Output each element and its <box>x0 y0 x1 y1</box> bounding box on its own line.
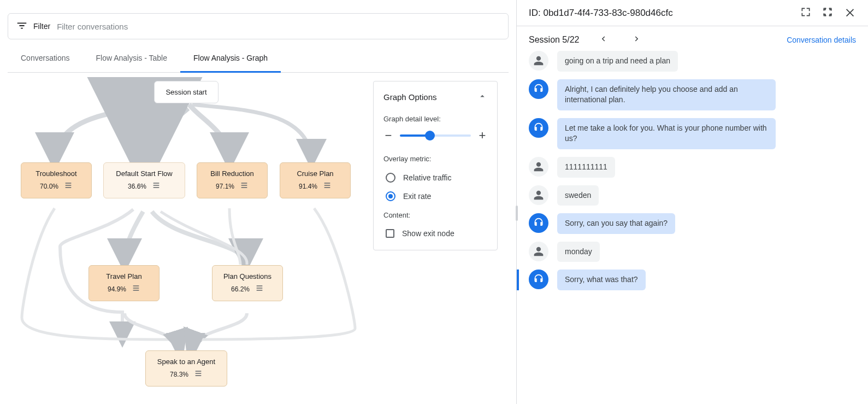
radio-icon <box>386 191 395 201</box>
filter-input[interactable] <box>56 21 500 32</box>
filter-bar[interactable]: Filter <box>8 13 509 39</box>
message-bubble: Alright, I can definitely help you choos… <box>557 79 776 110</box>
detail-slider[interactable] <box>400 134 471 137</box>
increase-detail-button[interactable]: + <box>477 128 487 143</box>
tabs: Conversations Flow Analysis - Table Flow… <box>8 45 509 73</box>
message-row[interactable]: Alright, I can definitely help you choos… <box>529 79 860 110</box>
detail-level-label: Graph detail level: <box>383 115 487 123</box>
messages-list: going on a trip and need a planAlright, … <box>517 51 868 301</box>
list-icon[interactable] <box>240 181 249 191</box>
node-travel-plan[interactable]: Travel Plan 94.9% <box>88 265 160 301</box>
node-title: Travel Plan <box>106 272 141 280</box>
chevron-up-icon[interactable] <box>477 91 487 103</box>
session-id-label: ID: 0bd1d7-4f4-733-83c-980d46cfc <box>529 8 673 19</box>
checkbox-show-exit-node[interactable]: Show exit node <box>383 225 487 242</box>
fullscreen-icon[interactable] <box>800 7 811 19</box>
radio-icon <box>386 173 395 183</box>
message-row[interactable]: Sorry, what was that? <box>529 270 860 290</box>
graph-options-panel: Graph Options Graph detail level: − + Ov… <box>373 81 498 250</box>
message-bubble: Sorry, what was that? <box>557 270 646 290</box>
message-bubble: Sorry, can you say that again? <box>557 213 675 234</box>
overlay-metric-label: Overlay metric: <box>383 155 487 163</box>
session-counter: Session 5/22 <box>529 35 580 45</box>
user-avatar-icon <box>529 242 548 261</box>
options-title: Graph Options <box>383 92 437 102</box>
node-session-start[interactable]: Session start <box>154 81 219 103</box>
node-title: Plan Questions <box>223 272 271 280</box>
node-title: Session start <box>166 88 206 96</box>
checkbox-icon <box>386 229 394 238</box>
conversation-details-link[interactable]: Conversation details <box>787 36 856 44</box>
node-cruise-plan[interactable]: Cruise Plan 91.4% <box>280 162 351 198</box>
message-bubble: going on a trip and need a plan <box>557 51 678 72</box>
message-row[interactable]: 1111111111 <box>529 157 860 178</box>
list-icon[interactable] <box>132 284 140 294</box>
message-row[interactable]: going on a trip and need a plan <box>529 51 860 72</box>
close-icon[interactable] <box>844 6 856 20</box>
list-icon[interactable] <box>323 181 332 191</box>
pane-drag-handle[interactable] <box>516 206 518 221</box>
node-title: Bill Reduction <box>210 169 254 178</box>
message-bubble: sweden <box>557 185 599 206</box>
message-row[interactable]: Sorry, can you say that again? <box>529 213 860 234</box>
node-metric: 36.6% <box>128 183 146 190</box>
filter-icon <box>16 20 28 33</box>
radio-exit-rate[interactable]: Exit rate <box>383 187 487 206</box>
agent-avatar-icon <box>529 270 548 289</box>
radio-relative-traffic[interactable]: Relative traffic <box>383 168 487 187</box>
node-troubleshoot[interactable]: Troubleshoot 70.0% <box>21 162 92 198</box>
message-row[interactable]: sweden <box>529 185 860 206</box>
radio-label: Exit rate <box>403 192 431 201</box>
message-bubble: Let me take a look for you. What is your… <box>557 118 776 149</box>
decrease-detail-button[interactable]: − <box>383 128 393 143</box>
message-bubble: 1111111111 <box>557 157 615 178</box>
user-avatar-icon <box>529 185 548 205</box>
next-session-button[interactable] <box>632 34 642 45</box>
node-metric: 97.1% <box>216 183 234 190</box>
list-icon[interactable] <box>255 284 264 294</box>
node-title: Default Start Flow <box>116 169 172 178</box>
agent-avatar-icon <box>529 213 548 233</box>
slider-thumb[interactable] <box>425 131 435 140</box>
node-title: Troubleshoot <box>36 169 76 178</box>
tab-flow-analysis-table[interactable]: Flow Analysis - Table <box>83 45 180 73</box>
content-label: Content: <box>383 211 487 219</box>
message-row[interactable]: monday <box>529 242 860 262</box>
checkbox-label: Show exit node <box>402 229 454 238</box>
prev-session-button[interactable] <box>598 34 608 45</box>
agent-avatar-icon <box>529 118 548 138</box>
node-speak-to-an-agent[interactable]: Speak to an Agent 78.3% <box>145 350 227 387</box>
user-avatar-icon <box>529 51 548 71</box>
node-metric: 91.4% <box>299 183 317 190</box>
node-metric: 94.9% <box>108 285 126 293</box>
list-icon[interactable] <box>152 181 161 191</box>
node-metric: 70.0% <box>40 183 58 190</box>
radio-label: Relative traffic <box>403 173 451 182</box>
tab-flow-analysis-graph[interactable]: Flow Analysis - Graph <box>180 45 281 73</box>
message-row[interactable]: Let me take a look for you. What is your… <box>529 118 860 149</box>
fullscreen-exit-icon[interactable] <box>822 7 833 19</box>
node-metric: 78.3% <box>170 371 188 378</box>
user-avatar-icon <box>529 157 548 177</box>
flow-graph[interactable]: Session start Troubleshoot 70.0% Default… <box>0 77 516 404</box>
node-default-start-flow[interactable]: Default Start Flow 36.6% <box>103 162 185 198</box>
node-metric: 66.2% <box>231 285 250 293</box>
list-icon[interactable] <box>194 369 203 379</box>
tab-conversations[interactable]: Conversations <box>8 45 83 73</box>
node-title: Speak to an Agent <box>157 358 215 366</box>
node-title: Cruise Plan <box>297 169 333 178</box>
node-plan-questions[interactable]: Plan Questions 66.2% <box>212 265 283 301</box>
list-icon[interactable] <box>64 181 73 191</box>
agent-avatar-icon <box>529 79 548 99</box>
node-bill-reduction[interactable]: Bill Reduction 97.1% <box>197 162 268 198</box>
filter-label: Filter <box>33 22 50 31</box>
message-bubble: monday <box>557 242 600 262</box>
